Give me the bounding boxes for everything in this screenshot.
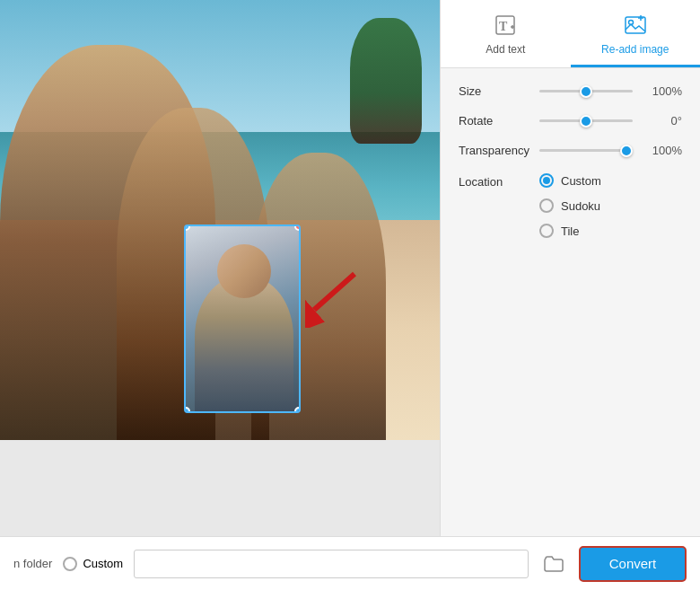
overlay-photo[interactable] — [184, 225, 301, 413]
transparency-label: Transparency — [459, 144, 539, 157]
image-canvas — [0, 0, 440, 440]
svg-line-1 — [314, 274, 354, 310]
size-control-row: Size 100% — [459, 84, 682, 98]
readd-image-label: Re-add image — [601, 43, 669, 56]
handle-tr[interactable] — [294, 225, 301, 231]
size-value: 100% — [642, 84, 682, 98]
add-text-label: Add text — [486, 43, 525, 56]
rotate-slider[interactable] — [539, 119, 633, 122]
toolbar: T Add text Re-add image — [441, 0, 700, 68]
right-panel: T Add text Re-add image — [440, 0, 700, 536]
location-tile-option[interactable]: Tile — [539, 224, 601, 238]
inner-face — [217, 244, 271, 298]
custom-radio-dot — [543, 177, 550, 184]
transparency-control-row: Transparency 100% — [459, 144, 682, 157]
size-label: Size — [459, 84, 539, 98]
rotate-slider-wrap — [539, 119, 633, 122]
folder-path-input[interactable] — [134, 550, 529, 578]
sudoku-radio-label: Sudoku — [561, 199, 600, 213]
main-area: T Add text Re-add image — [0, 0, 700, 536]
handle-bl[interactable] — [184, 407, 190, 413]
location-custom-option[interactable]: Custom — [539, 173, 601, 188]
convert-button[interactable]: Convert — [579, 546, 687, 582]
custom-folder-radio[interactable]: Custom — [63, 557, 123, 571]
add-text-icon: T — [493, 13, 518, 38]
add-text-button[interactable]: T Add text — [441, 0, 571, 67]
controls-panel: Size 100% Rotate 0° Transparency — [441, 68, 700, 536]
rotate-label: Rotate — [459, 114, 539, 128]
transparency-slider-wrap — [539, 149, 633, 152]
custom-radio-indicator — [539, 173, 554, 188]
overlay-photo-inner — [186, 226, 299, 411]
location-label: Location — [459, 173, 539, 189]
folder-icon — [544, 555, 564, 573]
tile-radio-indicator — [539, 224, 554, 238]
custom-folder-radio-circle — [63, 557, 77, 571]
readd-image-icon — [623, 13, 648, 38]
svg-rect-6 — [626, 17, 645, 33]
location-control-row: Location Custom Sudoku Tile — [459, 173, 682, 238]
transparency-slider[interactable] — [539, 149, 633, 152]
bottom-bar: n folder Custom Convert — [0, 536, 700, 590]
location-sudoku-option[interactable]: Sudoku — [539, 198, 601, 213]
tree-right — [350, 18, 422, 144]
custom-radio-label: Custom — [561, 174, 601, 188]
custom-folder-label: Custom — [83, 557, 123, 570]
size-slider-wrap — [539, 90, 633, 92]
sudoku-radio-indicator — [539, 198, 554, 213]
rotate-control-row: Rotate 0° — [459, 114, 682, 128]
svg-text:T: T — [499, 20, 508, 33]
size-slider[interactable] — [539, 90, 633, 92]
folder-label: n folder — [13, 557, 52, 570]
red-arrow-indicator — [305, 269, 359, 323]
transparency-value: 100% — [642, 144, 682, 157]
location-radio-group: Custom Sudoku Tile — [539, 173, 601, 238]
browse-folder-button[interactable] — [539, 550, 568, 578]
gray-area-below — [0, 440, 440, 536]
tile-radio-label: Tile — [561, 225, 579, 238]
readd-image-button[interactable]: Re-add image — [571, 0, 701, 67]
rotate-value: 0° — [642, 114, 682, 128]
